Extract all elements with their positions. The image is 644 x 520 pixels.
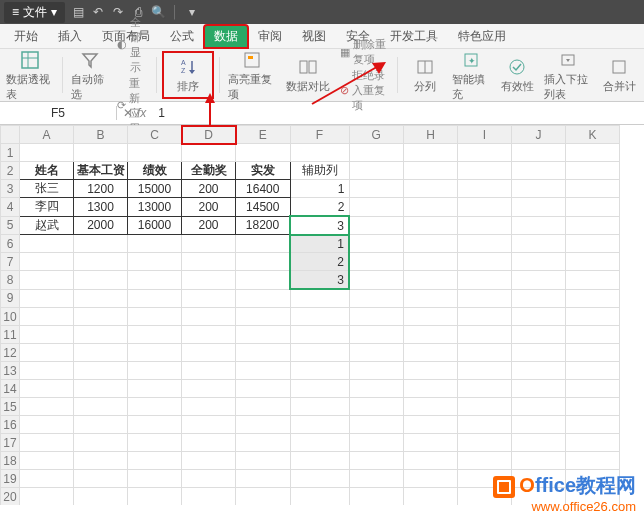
- cell[interactable]: 1300: [74, 198, 128, 217]
- row-header[interactable]: 2: [1, 162, 20, 180]
- cell[interactable]: 16400: [236, 180, 291, 198]
- row-header[interactable]: 6: [1, 235, 20, 253]
- col-header-J[interactable]: J: [512, 126, 566, 144]
- showall-button[interactable]: ◐全部显示: [117, 15, 149, 75]
- select-all-corner[interactable]: [1, 126, 20, 144]
- cell[interactable]: 15000: [128, 180, 182, 198]
- col-header-E[interactable]: E: [236, 126, 291, 144]
- row-header[interactable]: 4: [1, 198, 20, 217]
- col-header-C[interactable]: C: [128, 126, 182, 144]
- grid[interactable]: A B C D E F G H I J K 1 2 姓名 基本工资 绩效 全勤奖…: [0, 125, 620, 505]
- tab-special[interactable]: 特色应用: [448, 25, 516, 48]
- row-header[interactable]: 16: [1, 416, 20, 434]
- file-menu[interactable]: ≡ 文件 ▾: [4, 2, 65, 23]
- cell[interactable]: 200: [182, 198, 236, 217]
- cell[interactable]: 2: [290, 198, 349, 217]
- row-header[interactable]: 20: [1, 488, 20, 506]
- row-header[interactable]: 9: [1, 289, 20, 308]
- row-header[interactable]: 10: [1, 308, 20, 326]
- row-header[interactable]: 18: [1, 452, 20, 470]
- sort-button[interactable]: AZ 排序: [165, 54, 211, 96]
- row-header[interactable]: 5: [1, 216, 20, 235]
- autofilter-button[interactable]: 自动筛选: [71, 49, 109, 102]
- cell[interactable]: 姓名: [20, 162, 74, 180]
- dup-options: ▦删除重复项 ⊘拒绝录入重复项: [340, 37, 390, 113]
- col-header-B[interactable]: B: [74, 126, 128, 144]
- watermark-brand-first: O: [519, 474, 535, 496]
- cell[interactable]: 1: [290, 180, 349, 198]
- dropdown-button[interactable]: 插入下拉列表: [544, 49, 592, 102]
- compare-icon: [298, 56, 318, 78]
- cell[interactable]: 200: [182, 180, 236, 198]
- separator: [62, 57, 63, 93]
- col-header-G[interactable]: G: [349, 126, 404, 144]
- preview-icon[interactable]: 🔍: [151, 5, 165, 19]
- validity-button[interactable]: 有效性: [498, 56, 536, 94]
- cell[interactable]: 李四: [20, 198, 74, 217]
- cell[interactable]: 1200: [74, 180, 128, 198]
- col-header-H[interactable]: H: [404, 126, 458, 144]
- tab-formula[interactable]: 公式: [160, 25, 204, 48]
- row-header[interactable]: 7: [1, 253, 20, 271]
- active-cell[interactable]: 3: [290, 216, 349, 235]
- smartfill-button[interactable]: ✦ 智能填充: [452, 49, 490, 102]
- cell[interactable]: 2: [290, 253, 349, 271]
- highlight-dup-button[interactable]: 高亮重复项: [228, 49, 276, 102]
- col-header-A[interactable]: A: [20, 126, 74, 144]
- row-header[interactable]: 1: [1, 144, 20, 162]
- name-box[interactable]: F5: [0, 106, 117, 120]
- formula-value[interactable]: 1: [152, 106, 644, 120]
- cell[interactable]: 13000: [128, 198, 182, 217]
- del-dup-button[interactable]: ▦删除重复项: [340, 37, 390, 67]
- col-header-I[interactable]: I: [458, 126, 512, 144]
- cell[interactable]: 基本工资: [74, 162, 128, 180]
- cell[interactable]: 全勤奖: [182, 162, 236, 180]
- cell[interactable]: 辅助列: [290, 162, 349, 180]
- tab-devtools[interactable]: 开发工具: [380, 25, 448, 48]
- compare-button[interactable]: 数据对比: [284, 56, 332, 94]
- tab-home[interactable]: 开始: [4, 25, 48, 48]
- row-header[interactable]: 13: [1, 362, 20, 380]
- pivot-button[interactable]: 数据透视表: [6, 49, 54, 102]
- validity-label: 有效性: [501, 79, 534, 94]
- row-header[interactable]: 11: [1, 326, 20, 344]
- qat-more-icon[interactable]: ▾: [185, 5, 199, 19]
- worksheet[interactable]: A B C D E F G H I J K 1 2 姓名 基本工资 绩效 全勤奖…: [0, 125, 644, 505]
- split-button[interactable]: 分列: [406, 56, 444, 94]
- cell[interactable]: 16000: [128, 216, 182, 235]
- cell[interactable]: 14500: [236, 198, 291, 217]
- col-header-K[interactable]: K: [566, 126, 620, 144]
- cell[interactable]: 绩效: [128, 162, 182, 180]
- cell[interactable]: 实发: [236, 162, 291, 180]
- funnel-icon: [81, 49, 99, 71]
- cell[interactable]: 18200: [236, 216, 291, 235]
- pivot-icon: [20, 49, 40, 71]
- merge-calc-button[interactable]: 合并计: [600, 56, 638, 94]
- row-header[interactable]: 12: [1, 344, 20, 362]
- cell[interactable]: 赵武: [20, 216, 74, 235]
- autofilter-label: 自动筛选: [71, 72, 109, 102]
- separator: [219, 57, 220, 93]
- row-header[interactable]: 14: [1, 380, 20, 398]
- col-header-D[interactable]: D: [182, 126, 236, 144]
- tab-insert[interactable]: 插入: [48, 25, 92, 48]
- row-header[interactable]: 3: [1, 180, 20, 198]
- cell[interactable]: 2000: [74, 216, 128, 235]
- cell[interactable]: 200: [182, 216, 236, 235]
- cell[interactable]: 3: [290, 271, 349, 290]
- reject-dup-button[interactable]: ⊘拒绝录入重复项: [340, 68, 390, 113]
- save-icon[interactable]: ▤: [71, 5, 85, 19]
- cell[interactable]: 张三: [20, 180, 74, 198]
- watermark-logo-icon: [493, 476, 515, 498]
- row-header[interactable]: 19: [1, 470, 20, 488]
- undo-icon[interactable]: ↶: [91, 5, 105, 19]
- tab-review[interactable]: 审阅: [248, 25, 292, 48]
- row-header[interactable]: 17: [1, 434, 20, 452]
- cell[interactable]: 1: [290, 235, 349, 253]
- tab-data[interactable]: 数据: [204, 25, 248, 48]
- row-header[interactable]: 8: [1, 271, 20, 290]
- row-header[interactable]: 15: [1, 398, 20, 416]
- svg-marker-18: [566, 59, 570, 62]
- tab-view[interactable]: 视图: [292, 25, 336, 48]
- col-header-F[interactable]: F: [290, 126, 349, 144]
